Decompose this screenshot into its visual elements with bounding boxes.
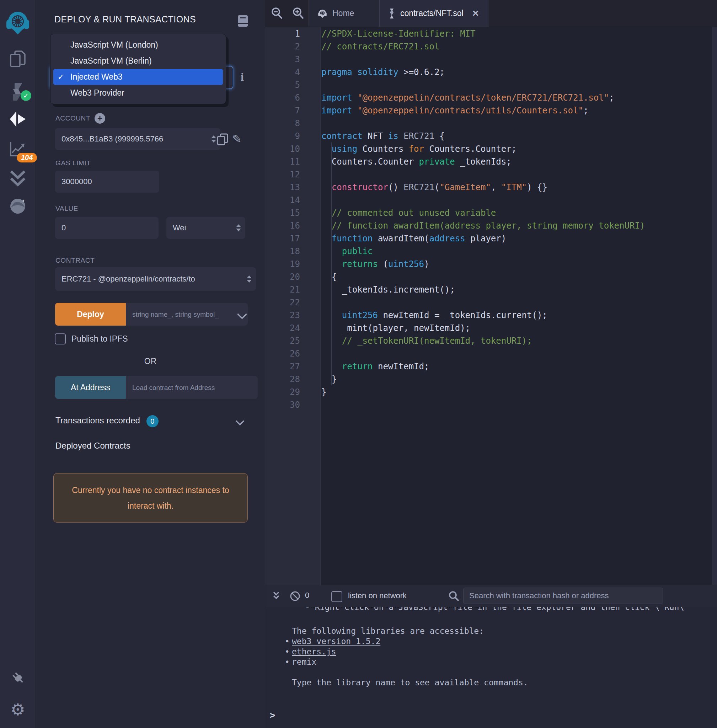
code-text: uint256 newItemId = _tokenIds.current(); (320, 309, 548, 322)
settings-gear-icon[interactable]: ⚙ (0, 699, 35, 719)
code-line[interactable]: 11 Counters.Counter private _tokenIds; (265, 155, 717, 168)
code-line[interactable]: 23 uint256 newItemId = _tokenIds.current… (265, 309, 717, 322)
code-line[interactable]: 19 returns (uint256) (265, 258, 717, 270)
code-line[interactable]: 17 function awardItem(address player) (265, 232, 717, 245)
info-icon[interactable]: i (241, 70, 244, 84)
code-line[interactable]: 12 (265, 168, 717, 181)
code-lines: 1//SPDX-License-Identifier: MIT2// contr… (265, 27, 717, 411)
documentation-book-icon[interactable] (237, 15, 249, 27)
zoom-in-icon[interactable] (291, 6, 306, 21)
code-line[interactable]: 24 _mint(player, newItemId); (265, 322, 717, 334)
tab-home[interactable]: Home (308, 0, 379, 27)
value-input[interactable] (55, 217, 159, 239)
terminal-line[interactable]: •ethers.js (285, 647, 528, 657)
stepper-arrows-icon (247, 275, 252, 282)
code-line[interactable]: 22 (265, 296, 717, 309)
terminal-line[interactable]: •web3 version 1.5.2 (285, 636, 528, 647)
terminal-text: Type the library name to see available c… (292, 678, 528, 687)
search-icon (448, 591, 460, 603)
code-line[interactable]: 9contract NFT is ERC721 { (265, 130, 717, 142)
unit-testing-icon[interactable] (0, 168, 35, 189)
tab-label: Home (333, 9, 354, 18)
solidity-compiler-icon[interactable] (0, 81, 35, 102)
environment-option[interactable]: JavaScript VM (Berlin) (53, 53, 223, 69)
code-line[interactable]: 27 return newItemId; (265, 360, 717, 373)
account-select[interactable]: 0x845...B1aB3 (999995.5766 (55, 128, 220, 150)
copy-account-icon[interactable] (217, 133, 228, 145)
chevron-down-icon[interactable] (235, 417, 244, 426)
code-line[interactable]: 30 (265, 398, 717, 411)
terminal-search-input[interactable] (463, 588, 663, 604)
code-line[interactable]: 29} (265, 386, 717, 398)
tab-label: contracts/NFT.sol (400, 9, 464, 18)
code-line[interactable]: 28 } (265, 373, 717, 386)
code-line[interactable]: 26 (265, 347, 717, 360)
contract-select[interactable]: ERC721 - @openzeppelin/contracts/to (55, 267, 256, 291)
deploy-button[interactable]: Deploy (55, 303, 126, 326)
publish-ipfs-checkbox[interactable] (55, 333, 66, 345)
environment-option[interactable]: ✓Injected Web3 (53, 69, 223, 85)
line-number: 24 (265, 322, 320, 334)
code-line[interactable]: 15 // commented out unused variable (265, 206, 717, 219)
bullet-icon: • (285, 636, 292, 647)
transactions-recorded-row[interactable]: Transactions recorded0 (55, 415, 159, 427)
code-text: pragma solidity >=0.6.2; (320, 66, 445, 79)
deploy-run-icon[interactable] (0, 108, 35, 130)
code-line[interactable]: 7import "@openzeppelin/contracts/utils/C… (265, 104, 717, 117)
code-line[interactable]: 5 (265, 79, 717, 92)
value-unit-select[interactable]: Wei (166, 217, 245, 239)
code-line[interactable]: 16 // function awardItem(address player,… (265, 219, 717, 232)
line-number: 2 (265, 40, 320, 53)
contract-value: ERC721 - @openzeppelin/contracts/to (61, 275, 195, 284)
edit-account-icon[interactable]: ✎ (232, 132, 242, 146)
terminal-link[interactable]: ethers.js (292, 647, 336, 657)
code-text: public (320, 245, 373, 258)
code-line[interactable]: 20 { (265, 270, 717, 283)
collapse-terminal-icon[interactable] (272, 591, 281, 601)
constructor-args-input[interactable] (126, 303, 248, 326)
tab-contracts-nft-sol[interactable]: contracts/NFT.sol ✕ (379, 0, 488, 27)
code-line[interactable]: 18 public (265, 245, 717, 258)
code-line[interactable]: 13 constructor() ERC721("GameItem", "ITM… (265, 181, 717, 194)
code-line[interactable]: 8 (265, 117, 717, 130)
line-number: 28 (265, 373, 320, 386)
code-text: function awardItem(address player) (320, 232, 506, 245)
at-address-button[interactable]: At Address (55, 376, 126, 399)
clear-console-icon[interactable] (289, 591, 301, 602)
check-icon: ✓ (58, 73, 64, 82)
code-line[interactable]: 21 _tokenIds.increment(); (265, 283, 717, 296)
code-line[interactable]: 6import "@openzeppelin/contracts/token/E… (265, 92, 717, 104)
code-text: } (320, 373, 337, 386)
plugin-circle-icon[interactable]: ✦ (0, 195, 35, 217)
code-line[interactable]: 14 (265, 194, 717, 206)
at-address-input[interactable] (126, 376, 258, 399)
remix-logo-icon[interactable] (0, 9, 35, 35)
code-line[interactable]: 1//SPDX-License-Identifier: MIT (265, 27, 717, 40)
code-line[interactable]: 2// contracts/ERC721.sol (265, 40, 717, 53)
gas-limit-input[interactable] (55, 171, 159, 193)
line-number: 13 (265, 181, 320, 194)
file-explorer-icon[interactable] (0, 49, 35, 70)
solidity-icon (388, 8, 395, 19)
code-line[interactable]: 25 // _setTokenURI(newItemId, tokenURI); (265, 334, 717, 347)
value-unit: Wei (173, 223, 186, 232)
environment-option[interactable]: Web3 Provider (53, 85, 223, 101)
terminal-text: The following libraries are accessible: (292, 626, 484, 636)
code-line[interactable]: 3 (265, 53, 717, 66)
remix-logo-icon (317, 9, 327, 18)
close-tab-icon[interactable]: ✕ (472, 9, 479, 18)
code-line[interactable]: 10 using Counters for Counters.Counter; (265, 142, 717, 155)
environment-option[interactable]: JavaScript VM (London) (53, 37, 223, 53)
terminal-prompt[interactable]: > (270, 710, 276, 720)
code-line[interactable]: 4pragma solidity >=0.6.2; (265, 66, 717, 79)
listen-network-checkbox[interactable] (331, 591, 342, 602)
terminal-link[interactable]: web3 version 1.5.2 (292, 636, 380, 647)
editor-scrollbar[interactable] (712, 27, 717, 585)
add-account-icon[interactable]: + (95, 113, 105, 124)
line-number: 12 (265, 168, 320, 181)
zoom-out-icon[interactable] (270, 6, 284, 21)
line-number: 19 (265, 258, 320, 270)
plugin-manager-icon[interactable] (0, 668, 35, 687)
code-text: // contracts/ERC721.sol (320, 40, 439, 53)
line-number: 7 (265, 104, 320, 117)
